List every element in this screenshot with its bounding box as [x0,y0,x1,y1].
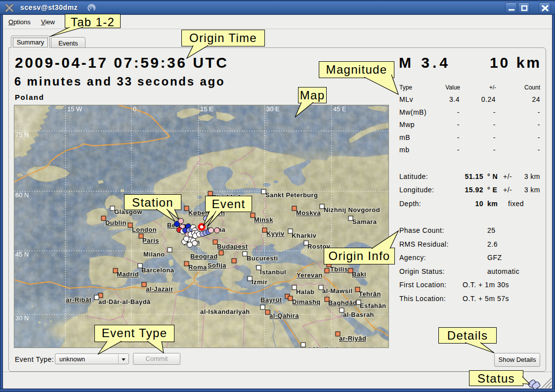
svg-text:Baki: Baki [352,270,366,278]
svg-text:al-Jazair: al-Jazair [146,285,173,293]
svg-text:15 E: 15 E [200,105,213,113]
svg-text:Budapest: Budapest [217,243,248,250]
svg-text:Samara: Samara [352,218,377,225]
svg-text:Madrid: Madrid [117,270,139,278]
svg-text:Minsk: Minsk [254,216,273,223]
svg-text:Barcelona: Barcelona [141,266,174,274]
svg-text:al-Iskandarîyah: al-Iskandarîyah [200,308,250,315]
svg-text:Istanbul: Istanbul [260,268,286,276]
svg-text:Dublin: Dublin [105,219,127,226]
svg-text:Milano: Milano [143,251,165,258]
svg-text:0: 0 [133,105,136,113]
svg-text:ad-Dâr-al-Baydâ: ad-Dâr-al-Baydâ [98,298,151,305]
svg-text:Bucuresti: Bucuresti [247,255,278,262]
svg-text:al-Madinah: al-Madinah [305,346,341,348]
svg-text:30 E: 30 E [266,105,280,113]
svg-text:Tbilisi: Tbilisi [330,265,350,273]
svg-text:Paris: Paris [142,237,159,244]
svg-text:30 N: 30 N [15,314,29,322]
svg-text:Kharkiv: Kharkiv [292,232,317,239]
svg-text:Yerevan: Yerevan [297,271,323,279]
svg-text:Halab: Halab [296,288,314,296]
svg-text:ar-Ribât: ar-Ribât [66,296,92,304]
svg-text:Moskva: Moskva [296,209,321,217]
svg-text:Beograd: Beograd [190,253,218,260]
svg-text:Tehrân: Tehrân [359,290,381,298]
svg-text:15 W: 15 W [67,105,83,113]
svg-text:Roma: Roma [188,263,207,271]
svg-text:ar-Riyâd: ar-Riyâd [339,335,366,342]
svg-text:Esfahân: Esfahân [360,302,386,309]
svg-text:45 E: 45 E [333,105,346,113]
svg-text:London: London [132,226,157,233]
svg-text:Sankt Peterburg: Sankt Peterburg [265,191,318,199]
svg-text:Nizhnij Novgorod: Nizhnij Novgorod [324,206,380,214]
svg-text:al-Qahira: al-Qahira [269,312,299,319]
svg-text:al-Mawsil: al-Mawsil [322,287,352,295]
svg-text:45 N: 45 N [15,251,29,258]
svg-text:Kyyiv: Kyyiv [266,230,285,237]
svg-text:Izmir: Izmir [252,278,267,286]
svg-text:Bayrût: Bayrût [260,296,282,304]
svg-text:60 N: 60 N [15,191,29,199]
svg-text:al-Basrah: al-Basrah [343,311,374,318]
svg-text:Baghdâd: Baghdâd [328,299,357,306]
svg-text:75 N: 75 N [15,131,29,138]
svg-text:Sofija: Sofija [208,261,226,269]
svg-text:Dimashq: Dimashq [292,298,321,305]
